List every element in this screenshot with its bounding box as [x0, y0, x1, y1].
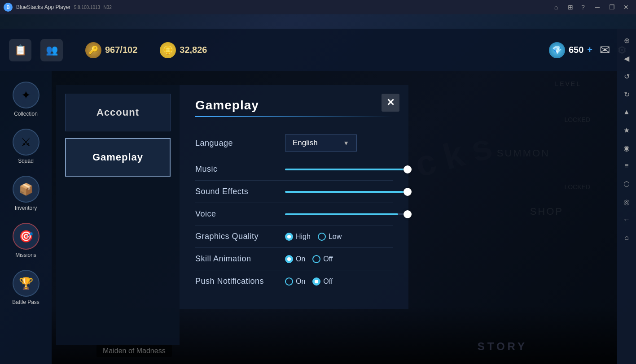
rs-btn-6[interactable]: ★	[619, 123, 634, 137]
hud-right: 💎 650 + ✉ ⚙	[549, 42, 627, 58]
rs-btn-8[interactable]: ≡	[619, 159, 634, 173]
title-nav: ⌂ ⊞	[550, 1, 577, 13]
skill-animation-setting: Skill Animation On Off	[195, 248, 393, 270]
language-label: Language	[195, 139, 285, 148]
group-icon[interactable]: 👥	[40, 39, 63, 61]
tab-gameplay[interactable]: Gameplay	[65, 138, 171, 177]
voice-fill	[285, 213, 398, 215]
voice-control[interactable]	[285, 212, 411, 216]
skill-animation-label: Skill Animation	[195, 254, 285, 264]
mail-btn[interactable]: ✉	[600, 43, 610, 57]
tabs-nav-btn[interactable]: ⊞	[564, 1, 577, 13]
graphics-quality-radio-group: High Low	[285, 233, 342, 241]
settings-close-btn[interactable]: ✕	[382, 94, 399, 112]
voice-slider[interactable]	[285, 212, 411, 216]
skill-off-option[interactable]: Off	[312, 255, 333, 263]
account-tab-label: Account	[96, 107, 139, 118]
push-on-option[interactable]: On	[285, 277, 305, 286]
sound-effects-slider[interactable]	[285, 190, 411, 194]
graphics-high-radio[interactable]	[285, 233, 293, 241]
music-thumb	[404, 165, 412, 173]
graphics-low-option[interactable]: Low	[318, 233, 342, 241]
settings-tabs-panel: Account Gameplay	[56, 85, 180, 345]
arch-text: N32	[103, 5, 111, 10]
push-notifications-radio-group: On Off	[285, 277, 333, 286]
help-btn[interactable]: ?	[577, 1, 589, 13]
rs-btn-11[interactable]: ←	[619, 212, 634, 227]
version-text: 5.8.100.1013	[74, 5, 100, 10]
settings-modal-overlay: Account Gameplay ✕ Gameplay Language Eng…	[52, 71, 617, 364]
graphics-high-option[interactable]: High	[285, 233, 311, 241]
battlepass-icon: 🏆	[13, 270, 39, 297]
inventory-icon: 📦	[13, 176, 39, 203]
rs-btn-1[interactable]: ⊕	[619, 33, 634, 48]
quest-icon[interactable]: 📋	[9, 39, 31, 61]
app-logo: B	[4, 3, 13, 12]
title-bar: B BlueStacks App Player 5.8.100.1013 N32…	[0, 0, 636, 14]
sidebar-item-battlepass[interactable]: 🏆 Battle Pass	[4, 266, 48, 309]
language-control: English ▼	[285, 134, 393, 152]
rs-btn-7[interactable]: ◉	[619, 141, 634, 155]
graphics-low-label: Low	[329, 233, 342, 241]
graphics-quality-control: High Low	[285, 233, 393, 241]
graphics-quality-label: Graphics Quality	[195, 232, 285, 241]
gem-icon: 💎	[549, 42, 565, 58]
restore-btn[interactable]: ❐	[605, 1, 618, 13]
rs-btn-9[interactable]: ⬡	[619, 177, 634, 191]
language-setting: Language English ▼	[195, 128, 393, 158]
voice-label: Voice	[195, 209, 285, 219]
settings-content-panel: ✕ Gameplay Language English ▼ Music	[180, 85, 408, 309]
home-nav-btn[interactable]: ⌂	[550, 1, 562, 13]
music-control[interactable]	[285, 168, 411, 171]
minimize-btn[interactable]: ─	[591, 1, 604, 13]
language-dropdown[interactable]: English ▼	[285, 134, 357, 152]
tab-account[interactable]: Account	[65, 94, 171, 131]
graphics-high-label: High	[296, 233, 311, 241]
missions-icon: 🎯	[13, 223, 39, 250]
rs-btn-4[interactable]: ↻	[619, 87, 634, 101]
rs-btn-3[interactable]: ↺	[619, 69, 634, 83]
rs-btn-5[interactable]: ▲	[619, 105, 634, 119]
music-slider[interactable]	[285, 168, 411, 171]
key-stat: 🔑 967/102	[85, 42, 137, 58]
language-value: English	[293, 139, 338, 147]
game-background: 📋 👥 🔑 967/102 🪙 32,826 💎 650 + ✉ ⚙ BlueS…	[0, 14, 636, 364]
app-title: BlueStacks App Player 5.8.100.1013 N32	[16, 4, 546, 10]
skill-on-radio[interactable]	[285, 255, 293, 263]
squad-label: Squad	[18, 158, 34, 164]
skill-animation-control: On Off	[285, 255, 393, 263]
sidebar-item-collection[interactable]: ✦ Collection	[4, 78, 48, 121]
sidebar-item-missions[interactable]: 🎯 Missions	[4, 219, 48, 262]
close-btn[interactable]: ✕	[620, 1, 632, 13]
push-off-radio[interactable]	[312, 277, 320, 286]
sidebar-item-inventory[interactable]: 📦 Inventory	[4, 172, 48, 215]
push-notifications-label: Push Notifications	[195, 277, 285, 286]
skill-off-label: Off	[323, 255, 333, 263]
rs-btn-12[interactable]: ⌂	[619, 230, 634, 245]
rs-btn-10[interactable]: ◎	[619, 195, 634, 209]
sound-effects-control[interactable]	[285, 190, 411, 194]
push-off-option[interactable]: Off	[312, 277, 333, 286]
window-controls: ? ─ ❐ ✕	[577, 1, 632, 13]
graphics-low-radio[interactable]	[318, 233, 326, 241]
coin-count: 32,826	[180, 45, 207, 55]
coin-stat: 🪙 32,826	[160, 42, 207, 58]
music-track	[285, 169, 411, 170]
rs-btn-2[interactable]: ◀	[619, 51, 634, 65]
music-fill	[285, 169, 406, 170]
music-label: Music	[195, 165, 285, 174]
settings-title: Gameplay	[195, 98, 393, 113]
push-on-label: On	[296, 277, 305, 286]
gameplay-tab-label: Gameplay	[92, 152, 143, 163]
push-on-radio[interactable]	[285, 277, 293, 286]
push-notifications-control: On Off	[285, 277, 393, 286]
sidebar-item-squad[interactable]: ⚔ Squad	[4, 125, 48, 168]
skill-off-radio[interactable]	[312, 255, 320, 263]
missions-label: Missions	[15, 252, 36, 258]
skill-on-option[interactable]: On	[285, 255, 305, 263]
skill-on-label: On	[296, 255, 305, 263]
add-gems-btn[interactable]: +	[587, 45, 592, 55]
right-sidebar: ⊕ ◀ ↺ ↻ ▲ ★ ◉ ≡ ⬡ ◎ ← ⌂	[617, 29, 636, 364]
inventory-label: Inventory	[15, 205, 37, 211]
coin-icon: 🪙	[160, 42, 176, 58]
